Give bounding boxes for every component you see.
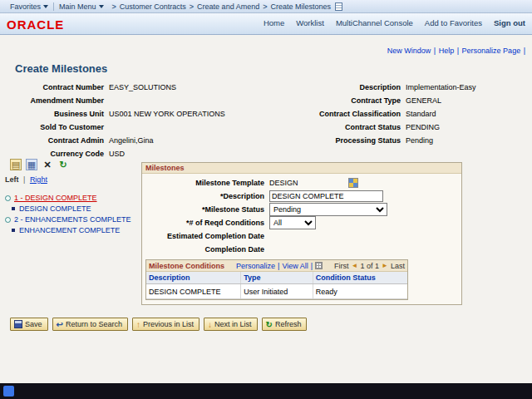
milestone-status-label: *Milestone Status bbox=[145, 205, 269, 214]
nav-worklist-link[interactable]: Worklist bbox=[296, 18, 324, 27]
tab-left[interactable]: Left bbox=[5, 175, 19, 184]
grid-links: Personalize | View All | bbox=[236, 262, 334, 270]
nav-multichannel-link[interactable]: MultiChannel Console bbox=[336, 18, 413, 27]
previous-in-list-button[interactable]: ↑ Previous in List bbox=[132, 318, 200, 331]
breadcrumb-separator: > bbox=[112, 2, 116, 11]
tree-link-design-complete[interactable]: DESIGN COMPLETE bbox=[19, 204, 91, 213]
save-button[interactable]: Save bbox=[10, 318, 48, 331]
tab-right[interactable]: Right bbox=[30, 175, 47, 184]
cell-condition-status: Ready bbox=[313, 284, 407, 298]
tree-item-enhancement-complete[interactable]: ENHANCEMENT COMPLETE bbox=[5, 225, 138, 235]
page-title: Create Milestones bbox=[15, 62, 107, 75]
contract-status-label: Contract Status bbox=[283, 123, 406, 131]
contract-number-label: Contract Number bbox=[8, 83, 109, 91]
personalize-link[interactable]: Personalize bbox=[236, 262, 275, 270]
pager-next-icon[interactable]: ► bbox=[382, 262, 388, 269]
tree-pane-tabs: Left | Right bbox=[5, 175, 47, 184]
milestone-description-label: *Description bbox=[145, 192, 269, 200]
help-link[interactable]: Help bbox=[439, 47, 455, 55]
business-unit-value: US001 NEW YORK OPERATIONS bbox=[109, 110, 225, 118]
currency-code-value: USD bbox=[109, 150, 125, 158]
column-header-condition-status[interactable]: Condition Status bbox=[313, 272, 407, 283]
save-icon bbox=[14, 320, 22, 328]
grid-header: Milestone Conditions Personalize | View … bbox=[146, 260, 407, 272]
contract-admin-label: Contract Admin bbox=[8, 136, 109, 145]
pipe-separator: | bbox=[457, 47, 459, 55]
breadcrumb-create-milestones[interactable]: Create Milestones bbox=[270, 2, 331, 11]
main-menu[interactable]: Main Menu bbox=[53, 2, 109, 11]
new-window-link[interactable]: New Window bbox=[387, 47, 431, 55]
breadcrumb-customer-contracts[interactable]: Customer Contracts bbox=[120, 2, 186, 11]
pager-last-label[interactable]: Last bbox=[391, 262, 405, 270]
processing-status-value: Pending bbox=[406, 136, 433, 145]
contract-number-value: EASY_SOLUTIONS bbox=[109, 83, 176, 91]
milestone-description-input[interactable] bbox=[269, 190, 383, 202]
page-utility-links: New Window | Help | Personalize Page | bbox=[387, 47, 525, 55]
tree-link-enhancement-complete[interactable]: ENHANCEMENT COMPLETE bbox=[19, 226, 120, 234]
refresh-label: Refresh bbox=[275, 320, 302, 328]
save-label: Save bbox=[25, 320, 42, 328]
milestone-conditions-grid: Milestone Conditions Personalize | View … bbox=[145, 259, 408, 300]
grid-pager: First ◄ 1 of 1 ► Last bbox=[334, 262, 405, 270]
spreadsheet-icon[interactable]: ▦ bbox=[26, 159, 37, 170]
action-buttons: Save ↩ Return to Search ↑ Previous in Li… bbox=[10, 318, 307, 331]
next-in-list-label: Next in List bbox=[214, 320, 252, 328]
personalize-page-link[interactable]: Personalize Page bbox=[462, 47, 521, 55]
tree-node-icon bbox=[5, 195, 11, 201]
description-value: Implementation-Easy bbox=[406, 83, 476, 91]
notepad-icon[interactable]: ▤ bbox=[10, 159, 22, 170]
business-unit-label: Business Unit bbox=[8, 110, 109, 118]
contract-summary-left: Contract NumberEASY_SOLUTIONS Amendment … bbox=[8, 81, 274, 160]
tree-bullet-icon bbox=[12, 229, 15, 232]
nav-links: Home Worklist MultiChannel Console Add t… bbox=[264, 18, 525, 27]
table-row: DESIGN COMPLETE User Initiated Ready bbox=[146, 284, 407, 299]
tree-link-enhancements-complete[interactable]: 2 - ENHANCEMENTS COMPLETE bbox=[14, 215, 131, 224]
reqd-conditions-select[interactable]: All bbox=[269, 216, 316, 229]
breadcrumb-create-and-amend[interactable]: Create and Amend bbox=[197, 2, 259, 11]
refresh-tree-icon[interactable]: ↻ bbox=[57, 159, 69, 170]
cell-description: DESIGN COMPLETE bbox=[146, 284, 241, 298]
next-in-list-button[interactable]: ↓ Next in List bbox=[204, 318, 258, 331]
return-to-search-label: Return to Search bbox=[66, 320, 122, 328]
tree-link-design-complete-1[interactable]: 1 - DESIGN COMPLETE bbox=[14, 194, 97, 202]
grid-column-headers: Description Type Condition Status bbox=[146, 272, 407, 284]
taskbar-app-icon[interactable] bbox=[3, 386, 14, 397]
column-header-type[interactable]: Type bbox=[241, 272, 313, 283]
refresh-button[interactable]: ↻ Refresh bbox=[262, 318, 308, 331]
download-grid-icon[interactable] bbox=[315, 262, 323, 269]
tree-item-milestone-2[interactable]: 2 - ENHANCEMENTS COMPLETE bbox=[5, 214, 138, 224]
delete-icon[interactable]: ✕ bbox=[42, 159, 53, 170]
taskbar bbox=[0, 383, 532, 399]
pipe-separator: | bbox=[524, 47, 525, 55]
sold-to-customer-label: Sold To Customer bbox=[8, 123, 109, 131]
grid-title: Milestone Conditions bbox=[149, 262, 224, 270]
pipe-separator: | bbox=[311, 262, 313, 270]
contract-summary-right: DescriptionImplementation-Easy Contract … bbox=[283, 81, 529, 147]
nav-add-to-favorites-link[interactable]: Add to Favorites bbox=[425, 18, 482, 27]
tree-item-design-complete[interactable]: DESIGN COMPLETE bbox=[5, 204, 138, 214]
caret-down-icon bbox=[43, 5, 48, 8]
return-arrow-icon: ↩ bbox=[57, 320, 63, 329]
edit-page-icon[interactable] bbox=[335, 2, 342, 11]
pipe-separator: | bbox=[434, 47, 436, 55]
column-header-description[interactable]: Description bbox=[146, 272, 241, 283]
transfer-icon[interactable] bbox=[348, 178, 358, 188]
sign-out-link[interactable]: Sign out bbox=[494, 18, 525, 27]
breadcrumb-separator: > bbox=[263, 2, 267, 11]
amendment-number-label: Amendment Number bbox=[8, 96, 109, 105]
contract-type-label: Contract Type bbox=[283, 96, 406, 105]
return-to-search-button[interactable]: ↩ Return to Search bbox=[52, 318, 128, 331]
milestones-panel-title: Milestones bbox=[142, 163, 461, 174]
down-arrow-icon: ↓ bbox=[208, 320, 212, 329]
description-label: Description bbox=[283, 83, 406, 91]
up-arrow-icon: ↑ bbox=[136, 320, 140, 329]
favorites-menu[interactable]: Favorites bbox=[5, 2, 53, 11]
milestone-status-select[interactable]: Pending bbox=[269, 203, 387, 216]
main-menu-label: Main Menu bbox=[59, 2, 96, 11]
breadcrumb-separator: > bbox=[190, 2, 194, 11]
tree-item-milestone-1[interactable]: 1 - DESIGN COMPLETE bbox=[5, 193, 138, 203]
nav-home-link[interactable]: Home bbox=[264, 18, 284, 27]
pager-first-label[interactable]: First bbox=[334, 262, 349, 270]
view-all-link[interactable]: View All bbox=[282, 262, 308, 270]
pager-previous-icon[interactable]: ◄ bbox=[352, 262, 358, 269]
